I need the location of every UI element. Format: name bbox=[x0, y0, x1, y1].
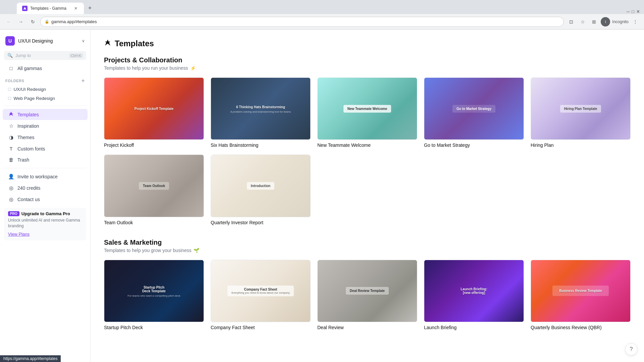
custom-fonts-label: Custom fonts bbox=[17, 146, 45, 152]
tab-title: Templates - Gamma bbox=[30, 6, 70, 11]
more-menu-button[interactable]: ⋮ bbox=[631, 17, 640, 26]
template-name-startup-pitch: Startup Pitch Deck bbox=[104, 325, 204, 330]
upgrade-badge: PRO Upgrade to Gamma Pro bbox=[8, 211, 82, 216]
template-img-label: Business Review Template bbox=[556, 288, 605, 294]
template-preview-company-fact: Company Fact Sheet Everything you need t… bbox=[211, 260, 311, 322]
sidebar-item-custom-fonts[interactable]: T Custom fonts bbox=[3, 143, 88, 154]
template-img-label: Startup PitchDeck Template bbox=[125, 284, 183, 294]
section-sales-marketing: Sales & Marketing Templates to help you … bbox=[104, 239, 631, 330]
template-card-quarterly-investor[interactable]: Introduction Quarterly Investor Report bbox=[211, 155, 311, 225]
sidebar-item-templates[interactable]: Templates bbox=[3, 109, 88, 120]
sidebar-item-invite[interactable]: 👤 Invite to workspace bbox=[3, 171, 88, 182]
inspiration-label: Inspiration bbox=[17, 123, 39, 129]
folder-item-uxui-redesign[interactable]: □ UX/UI Redesign bbox=[3, 85, 88, 94]
inspiration-icon: ☆ bbox=[8, 123, 14, 129]
add-folder-button[interactable]: + bbox=[82, 78, 85, 84]
template-card-deal-review[interactable]: Deal Review Template Deal Review bbox=[317, 260, 417, 330]
sidebar-item-themes[interactable]: ◑ Themes bbox=[3, 132, 88, 143]
incognito-label: Incognito bbox=[612, 19, 629, 24]
trash-label: Trash bbox=[17, 157, 29, 163]
extensions-icon[interactable]: ⊞ bbox=[589, 17, 599, 26]
folders-section: Folders + □ UX/UI Redesign □ Web Page Re… bbox=[0, 76, 90, 103]
back-button[interactable]: ← bbox=[4, 17, 13, 26]
folder-item-web-page-redesign[interactable]: □ Web Page Redesign bbox=[3, 94, 88, 103]
template-card-team-outlook[interactable]: Team Outlook Team Outlook bbox=[104, 155, 204, 225]
template-card-launch-briefing[interactable]: Launch Briefing:[new offering] Launch Br… bbox=[424, 260, 524, 330]
page-header: Templates bbox=[104, 39, 631, 48]
browser-tabs: Templates - Gamma ✕ + ─ □ ✕ bbox=[0, 0, 644, 14]
sales-templates-grid: Startup PitchDeck Template For teams who… bbox=[104, 260, 631, 330]
forward-button[interactable]: → bbox=[16, 17, 25, 26]
template-card-hiring-plan[interactable]: Hiring Plan Template Hiring Plan bbox=[531, 77, 631, 148]
template-card-project-kickoff[interactable]: Project Kickoff Template Project Kickoff bbox=[104, 77, 204, 148]
template-card-startup-pitch[interactable]: Startup PitchDeck Template For teams who… bbox=[104, 260, 204, 330]
main-content: Templates Projects & Collaboration Templ… bbox=[91, 29, 644, 362]
toolbar-actions: ⊡ ☆ ⊞ I Incognito ⋮ bbox=[567, 17, 640, 26]
svg-marker-1 bbox=[9, 112, 13, 116]
subtitle-icon-sales: 🌱 bbox=[194, 248, 199, 253]
sidebar-item-contact[interactable]: ◎ Contact us bbox=[3, 194, 88, 205]
workspace-avatar: U bbox=[5, 36, 15, 46]
template-card-six-hats[interactable]: 6 Thinking Hats Brainstorming A problem-… bbox=[211, 77, 311, 148]
trash-icon: 🗑 bbox=[8, 157, 14, 163]
bookmark-icon[interactable]: ☆ bbox=[578, 17, 587, 26]
reload-button[interactable]: ↻ bbox=[28, 17, 38, 26]
section-title-sales: Sales & Marketing bbox=[104, 239, 631, 246]
template-img-label: 6 Thinking Hats Brainstorming bbox=[233, 104, 288, 110]
sidebar: U UX/UI Designing ∨ 🔍 Jump to Ctrl+K □ A… bbox=[0, 29, 91, 362]
sidebar-item-trash[interactable]: 🗑 Trash bbox=[3, 155, 88, 165]
address-bar[interactable]: 🔒 gamma.app/#templates bbox=[40, 17, 564, 27]
template-name-quarterly-investor: Quarterly Investor Report bbox=[211, 220, 311, 225]
template-name-deal-review: Deal Review bbox=[317, 325, 417, 330]
workspace-selector[interactable]: U UX/UI Designing ∨ bbox=[0, 34, 90, 48]
folder-name: Web Page Redesign bbox=[13, 96, 55, 101]
projects-templates-grid: Project Kickoff Template Project Kickoff… bbox=[104, 77, 631, 148]
cast-icon[interactable]: ⊡ bbox=[567, 17, 576, 26]
tab-close-button[interactable]: ✕ bbox=[73, 6, 78, 11]
tab-favicon bbox=[22, 6, 28, 11]
active-tab[interactable]: Templates - Gamma ✕ bbox=[17, 3, 84, 14]
template-img-sublabel: For teams who want a compelling pitch de… bbox=[125, 294, 183, 297]
invite-label: Invite to workspace bbox=[17, 174, 58, 179]
sidebar-item-inspiration[interactable]: ☆ Inspiration bbox=[3, 121, 88, 131]
template-card-company-fact[interactable]: Company Fact Sheet Everything you need t… bbox=[211, 260, 311, 330]
upgrade-box: PRO Upgrade to Gamma Pro Unlock unlimite… bbox=[4, 208, 86, 240]
template-card-go-to-market[interactable]: Go to Market Strategy Go to Market Strat… bbox=[424, 77, 524, 148]
search-bar[interactable]: 🔍 Jump to Ctrl+K bbox=[4, 51, 86, 60]
help-button[interactable]: ? bbox=[625, 343, 637, 355]
svg-marker-2 bbox=[105, 40, 110, 46]
template-name-company-fact: Company Fact Sheet bbox=[211, 325, 311, 330]
template-name-go-to-market: Go to Market Strategy bbox=[424, 142, 524, 148]
sidebar-item-all-gammas[interactable]: □ All gammas bbox=[3, 63, 88, 73]
template-preview-quarterly-investor: Introduction bbox=[211, 155, 311, 217]
template-card-qbr[interactable]: Business Review Template Quarterly Busin… bbox=[531, 260, 631, 330]
browser-chrome: Templates - Gamma ✕ + ─ □ ✕ ← → ↻ 🔒 gamm… bbox=[0, 0, 644, 29]
folder-icon: □ bbox=[8, 86, 11, 92]
template-card-new-teammate[interactable]: New Teammate Welcome New Teammate Welcom… bbox=[317, 77, 417, 148]
browser-toolbar: ← → ↻ 🔒 gamma.app/#templates ⊡ ☆ ⊞ I Inc… bbox=[0, 14, 644, 29]
template-img-label: Launch Briefing:[new offering] bbox=[458, 286, 490, 296]
template-preview-hiring-plan: Hiring Plan Template bbox=[531, 77, 631, 140]
upgrade-title: Upgrade to Gamma Pro bbox=[21, 211, 70, 216]
profile-button[interactable]: I bbox=[601, 17, 610, 26]
new-tab-button[interactable]: + bbox=[85, 3, 95, 13]
section-projects-collaboration: Projects & Collaboration Templates to he… bbox=[104, 56, 631, 225]
window-minimize[interactable]: ─ bbox=[627, 9, 630, 14]
template-name-project-kickoff: Project Kickoff bbox=[104, 142, 204, 148]
pro-badge: PRO bbox=[8, 211, 19, 216]
template-name-team-outlook: Team Outlook bbox=[104, 220, 204, 225]
svg-marker-0 bbox=[23, 7, 26, 10]
template-preview-startup-pitch: Startup PitchDeck Template For teams who… bbox=[104, 260, 204, 322]
upgrade-description: Unlock unlimited AI and remove Gamma bra… bbox=[8, 218, 82, 229]
window-maximize[interactable]: □ bbox=[632, 9, 634, 14]
template-preview-six-hats: 6 Thinking Hats Brainstorming A problem-… bbox=[211, 77, 311, 140]
folder-name: UX/UI Redesign bbox=[13, 87, 46, 92]
section-subtitle-sales: Templates to help you grow your business… bbox=[104, 248, 631, 253]
templates-label: Templates bbox=[17, 112, 39, 117]
template-name-launch-briefing: Launch Briefing bbox=[424, 325, 524, 330]
workspace-name: UX/UI Designing bbox=[18, 38, 78, 44]
sidebar-item-credits[interactable]: ◎ 240 credits bbox=[3, 183, 88, 193]
template-name-six-hats: Six Hats Brainstorming bbox=[211, 142, 311, 148]
window-close[interactable]: ✕ bbox=[636, 9, 640, 14]
view-plans-link[interactable]: View Plans bbox=[8, 232, 30, 237]
